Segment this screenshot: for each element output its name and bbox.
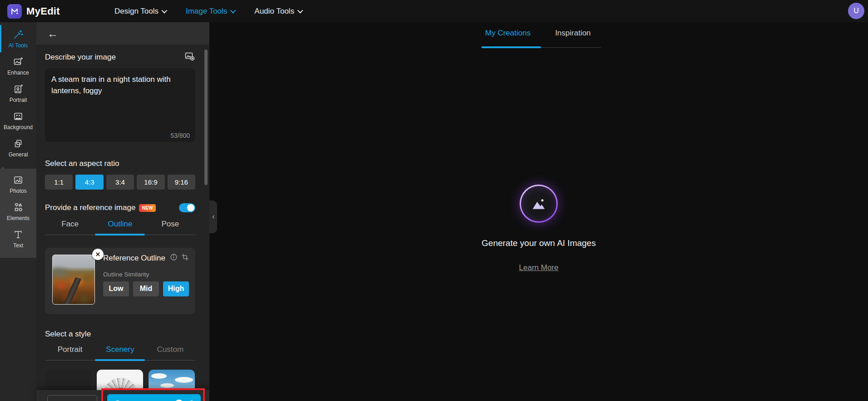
- tab-style-portrait[interactable]: Portrait: [45, 345, 95, 360]
- sidebar-item-label: General: [9, 151, 28, 158]
- tab-underline: [45, 235, 195, 235]
- enhance-icon: [13, 56, 24, 67]
- creations-tabs: My Creations Inspiration: [481, 29, 595, 46]
- credit-coin-icon: [174, 399, 184, 401]
- remove-reference-button[interactable]: ✕: [92, 249, 104, 260]
- text-icon: [13, 229, 24, 240]
- tab-pose[interactable]: Pose: [145, 220, 195, 235]
- sidebar-item-background[interactable]: Background: [0, 107, 36, 134]
- tab-my-creations[interactable]: My Creations: [481, 29, 534, 46]
- reference-thumbnail-track: [64, 276, 81, 305]
- sidebar-item-label: Portrait: [10, 97, 27, 103]
- chevron-down-icon: [162, 8, 168, 14]
- reference-image-toggle[interactable]: [179, 203, 195, 212]
- generate-button-label: Generate: [114, 399, 148, 401]
- tab-style-scenery[interactable]: Scenery: [95, 345, 145, 360]
- sidebar-item-enhance[interactable]: Enhance: [0, 52, 36, 80]
- ai-images-glow-icon: [520, 185, 558, 223]
- sidebar-item-label: Elements: [7, 215, 30, 221]
- style-tabs: Portrait Scenery Custom: [45, 345, 195, 360]
- menu-design-tools-label: Design Tools: [114, 7, 159, 16]
- image-to-prompt-icon[interactable]: [184, 51, 195, 64]
- reference-image-label: Provide a reference image: [45, 203, 135, 212]
- panel-footer: 2 images Generate: [36, 390, 209, 401]
- new-badge: NEW: [139, 204, 156, 212]
- brand-logo[interactable]: MyEdit: [7, 4, 60, 19]
- tab-style-custom[interactable]: Custom: [145, 345, 195, 360]
- aspect-ratio-group: 1:1 4:3 3:4 16:9 9:16: [45, 175, 195, 190]
- style-label: Select a style: [45, 330, 195, 339]
- menu-audio-tools-label: Audio Tools: [254, 7, 294, 16]
- generate-button[interactable]: Generate: [107, 394, 201, 401]
- panel-scrollbar[interactable]: [204, 50, 208, 185]
- similarity-mid-button[interactable]: Mid: [133, 281, 159, 296]
- reference-type-tabs: Face Outline Pose: [45, 220, 195, 235]
- info-icon[interactable]: [170, 253, 178, 261]
- myedit-logo-icon: [7, 4, 22, 19]
- layers-icon: [13, 138, 24, 149]
- sidebar-item-label: Background: [4, 124, 33, 130]
- sidebar-media-group: Photos Elements Text: [0, 169, 36, 258]
- creations-tab-underline: [481, 47, 601, 48]
- reference-card-title: Reference Outline: [103, 253, 165, 264]
- learn-more-link[interactable]: Learn More: [519, 263, 559, 272]
- similarity-level-group: Low Mid High: [103, 281, 189, 296]
- portrait-icon: [13, 84, 24, 95]
- prompt-field-wrapper: A steam train in a night station with la…: [45, 68, 195, 144]
- tool-sidebar: AI Tools Enhance: [0, 22, 36, 401]
- similarity-high-button[interactable]: High: [163, 281, 189, 296]
- panel-body: Describe your image A steam train in a n…: [36, 45, 209, 401]
- shapes-icon: [13, 202, 24, 213]
- tutorial-highlight-box: Generate: [101, 388, 205, 401]
- menu-image-tools-label: Image Tools: [186, 7, 227, 16]
- photos-icon: [13, 175, 24, 185]
- background-icon: [13, 111, 24, 122]
- sidebar-item-elements[interactable]: Elements: [0, 198, 36, 225]
- character-count: 53/800: [170, 132, 190, 139]
- chevron-down-icon: [230, 8, 236, 14]
- chevron-left-icon: [211, 214, 216, 220]
- tab-inspiration[interactable]: Inspiration: [551, 29, 594, 46]
- empty-state: Generate your own AI Images Learn More: [209, 185, 868, 272]
- reference-outline-card: ✕ Reference Outline: [45, 248, 195, 314]
- sidebar-item-label: Enhance: [7, 70, 29, 76]
- similarity-low-button[interactable]: Low: [103, 281, 129, 296]
- aspect-3-4-button[interactable]: 3:4: [106, 175, 134, 190]
- prompt-input[interactable]: A steam train in a night station with la…: [45, 68, 195, 142]
- aspect-1-1-button[interactable]: 1:1: [45, 175, 73, 190]
- menu-design-tools[interactable]: Design Tools: [114, 7, 166, 16]
- chevron-down-icon: [297, 8, 303, 14]
- aspect-9-16-button[interactable]: 9:16: [168, 175, 195, 190]
- sidebar-item-photos[interactable]: Photos: [0, 170, 36, 198]
- back-button[interactable]: ←: [47, 28, 58, 39]
- reference-image-thumbnail[interactable]: [52, 255, 95, 305]
- brand-name: MyEdit: [26, 5, 60, 17]
- describe-label: Describe your image: [45, 53, 116, 62]
- sidebar-item-general[interactable]: General: [0, 134, 36, 161]
- menu-image-tools[interactable]: Image Tools: [186, 7, 234, 16]
- sidebar-item-ai-tools[interactable]: AI Tools: [0, 25, 36, 52]
- crop-icon[interactable]: [181, 253, 189, 261]
- aspect-ratio-label: Select an aspect ratio: [45, 159, 195, 168]
- collapse-panel-handle[interactable]: [209, 200, 217, 233]
- tab-face[interactable]: Face: [45, 220, 95, 235]
- mountain-image-icon: [530, 195, 548, 213]
- panel-header: ←: [36, 22, 209, 45]
- tab-outline[interactable]: Outline: [95, 220, 145, 235]
- empty-state-title: Generate your own AI Images: [481, 238, 595, 248]
- ai-image-panel: ← Describe your image A steam: [36, 22, 209, 401]
- menu-audio-tools[interactable]: Audio Tools: [254, 7, 302, 16]
- aspect-16-9-button[interactable]: 16:9: [137, 175, 164, 190]
- sidebar-item-label: Photos: [10, 188, 26, 194]
- style-tab-underline: [45, 360, 195, 361]
- sidebar-edit-group: AI Tools Enhance: [0, 22, 36, 161]
- sidebar-item-text[interactable]: Text: [0, 225, 36, 252]
- top-navigation: Design Tools Image Tools Audio Tools: [114, 7, 302, 16]
- image-count-dropdown[interactable]: 2 images: [47, 395, 97, 401]
- toggle-knob: [187, 204, 194, 211]
- sidebar-item-portrait[interactable]: Portrait: [0, 80, 36, 107]
- outline-similarity-label: Outline Similarity: [103, 271, 189, 278]
- user-avatar[interactable]: U: [848, 3, 864, 19]
- top-bar: MyEdit Design Tools Image Tools Audio To…: [0, 0, 868, 22]
- aspect-4-3-button[interactable]: 4:3: [75, 175, 103, 190]
